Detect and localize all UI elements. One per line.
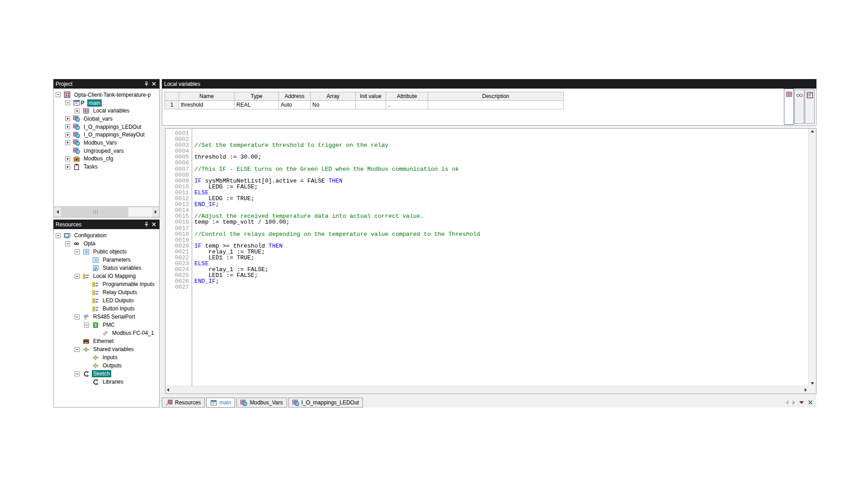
resources-item-ethernet[interactable]: Ethernet [54,337,159,345]
close-document-icon[interactable] [808,399,813,407]
editor-vertical-scrollbar[interactable] [808,129,816,386]
project-item-ungrouped-vars[interactable]: GUngrouped_vars [54,147,159,155]
column-header-type: Type [235,92,279,101]
resources-item-status-variables[interactable]: Status variables [54,264,159,272]
resources-item-rs485-serialport[interactable]: RS485 SerialPort [54,313,159,321]
project-item-i-o-mappings-relayout[interactable]: GI_O_mappings_RelayOut [54,131,159,139]
expand-icon[interactable] [65,164,70,169]
resources-item-configuration[interactable]: Configuration [54,231,159,239]
project-item-opta-client-tank-temperature-p[interactable]: Opta-Client-Tank-temperature-p [54,91,159,99]
io-icon [92,281,99,288]
scrollbar-track[interactable] [128,207,152,217]
project-item-modbus-cfg[interactable]: Modbus_cfg [54,155,159,163]
collapse-icon[interactable] [75,249,80,254]
project-item-global-vars[interactable]: GGlobal_vars [54,115,159,123]
row-number[interactable]: 1 [165,101,179,109]
project-item-tasks[interactable]: Tasks [54,163,159,171]
scroll-down-icon[interactable] [811,382,814,385]
tree-item-label: Sketch [92,370,111,377]
line-number: 0019 [165,237,192,243]
row-number-header [165,92,179,101]
collapse-icon[interactable] [65,100,70,105]
resources-item-button-inputs[interactable]: Button Inputs [54,305,159,313]
collapse-icon[interactable] [84,323,89,328]
tab-list-dropdown-icon[interactable] [799,401,804,404]
project-item-i-o-mappings-ledout[interactable]: GI_O_mappings_LEDOut [54,123,159,131]
resources-item-programmable-inputs[interactable]: Programmable Inputs [54,280,159,288]
tab-modbus-vars[interactable]: GModbus_Vars [236,398,287,408]
expand-icon[interactable] [65,124,70,129]
scroll-right-icon[interactable] [152,207,159,217]
next-tab-icon[interactable] [793,400,795,405]
expand-icon[interactable] [65,116,70,121]
tree-item-label: Ungrouped_vars [82,147,125,155]
svg-text:G: G [244,402,246,406]
grid-view-button[interactable] [784,89,794,125]
scroll-up-icon[interactable] [811,130,814,132]
close-icon[interactable] [150,80,157,88]
svg-text:G: G [76,126,79,130]
tab-i-o-mappings-ledout[interactable]: GI_O_mappings_LEDOut [288,398,363,408]
line-number: 0018 [165,231,192,237]
resources-item-inputs[interactable]: Inputs [54,353,159,361]
scroll-right-icon[interactable] [805,388,807,392]
cell-attribute[interactable]: .. [386,101,428,109]
collapse-icon[interactable] [75,347,80,352]
prev-tab-icon[interactable] [786,400,788,405]
code-area[interactable]: //Set the temperature threshold to trigg… [192,129,808,386]
tab-resources[interactable]: Resources [162,398,205,408]
cell-address[interactable]: Auto [279,101,311,109]
collapse-icon[interactable] [56,233,61,238]
resources-panel-title: Resources [56,221,143,228]
collapse-icon[interactable] [75,274,80,279]
resources-item-modbus-fc-04-1[interactable]: Modbus FC-04_1 [54,329,159,337]
tab-main[interactable]: main [206,398,235,408]
expander-slot [65,132,73,137]
collapse-icon[interactable] [56,92,61,97]
gridg-icon: G [292,399,299,406]
cell-init-value[interactable] [356,101,386,109]
scroll-left-icon[interactable] [167,388,169,392]
collapse-icon[interactable] [75,314,80,319]
watch-view-button[interactable] [794,89,804,124]
resources-item-parameters[interactable]: Parameters [54,256,159,264]
scrollbar-thumb[interactable] [61,207,130,216]
collapse-icon[interactable] [65,241,70,246]
pin-icon[interactable] [143,80,150,88]
pin-icon[interactable] [143,221,150,228]
code-line: ELSE [194,190,808,196]
code-line [194,237,808,243]
expand-icon[interactable] [65,132,70,137]
project-item-modbus-vars[interactable]: GModbus_Vars [54,139,159,147]
resources-item-pmc[interactable]: PMC [54,321,159,329]
resources-item-relay-outputs[interactable]: Relay Outputs [54,288,159,296]
definitions-view-button[interactable] [805,89,815,124]
editor-horizontal-scrollbar[interactable] [165,386,808,394]
cell-array[interactable]: No [311,101,356,109]
resources-item-shared-variables[interactable]: Shared variables [54,345,159,353]
cell-description[interactable] [428,101,564,109]
resources-item-led-outputs[interactable]: LED Outputs [54,296,159,305]
resources-item-libraries[interactable]: Libraries [54,378,159,386]
close-icon[interactable] [150,221,157,228]
project-item-local-variables[interactable]: Local variables [54,107,159,115]
tree-item-label: I_O_mappings_RelayOut [82,131,146,138]
resources-item-outputs[interactable]: Outputs [54,361,159,370]
code-line: END_IF; [194,278,808,284]
expand-icon[interactable] [75,108,80,113]
project-item-main[interactable]: Pmain [54,99,159,107]
scroll-left-icon[interactable] [54,207,61,217]
line-number: 0017 [165,225,192,231]
expand-icon[interactable] [65,140,70,145]
tree-item-label: Shared variables [92,346,135,353]
resources-item-local-io-mapping[interactable]: Local IO Mapping [54,272,159,280]
resources-item-opta[interactable]: ∞Opta [54,239,159,248]
resources-item-sketch[interactable]: Sketch [54,370,159,378]
collapse-icon[interactable] [75,371,80,376]
svg-text:G: G [76,142,79,146]
cell-type[interactable]: REAL [235,101,279,109]
cell-name[interactable]: threshold [179,101,235,109]
expand-icon[interactable] [65,156,70,161]
resources-item-public-objects[interactable]: Public objects [54,248,159,256]
project-horizontal-scrollbar[interactable] [53,207,160,217]
